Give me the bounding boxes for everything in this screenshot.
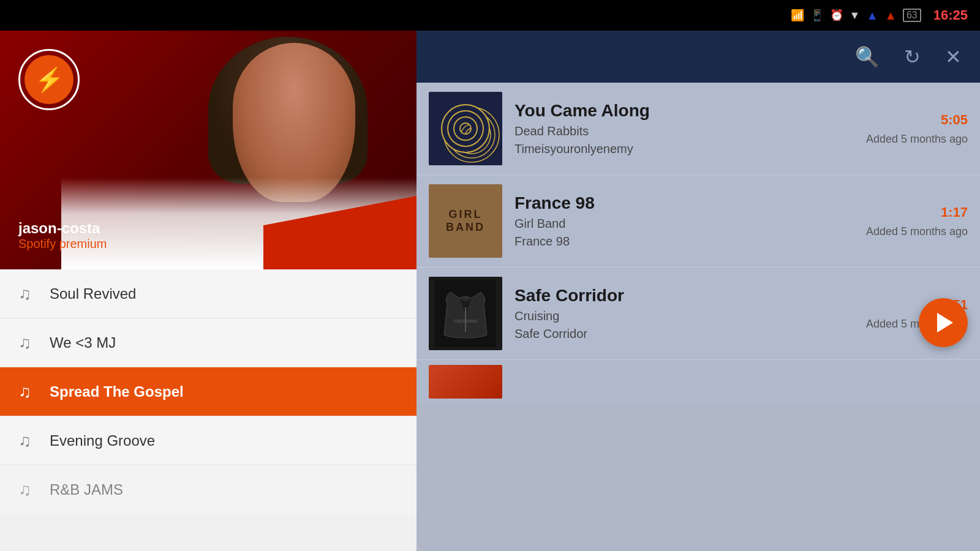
- track-artist-3: Cruising: [514, 309, 854, 323]
- music-note-4: ♫: [18, 431, 31, 451]
- svg-text:CRUISING: CRUISING: [453, 318, 477, 324]
- track-item-3[interactable]: CRUISING Safe Corridor Cruising Safe Cor…: [417, 268, 980, 360]
- album-art-1: [429, 92, 502, 165]
- playlist-items: ♫ Soul Revived ♫ We <3 MJ ♫ Spread The G…: [0, 269, 417, 551]
- alarm-icon: ⏰: [830, 9, 843, 22]
- track-meta-2: 1:17 Added 5 months ago: [866, 204, 968, 238]
- track-title-2: France 98: [514, 193, 854, 213]
- vibrate-icon: 📱: [810, 9, 824, 22]
- subscription: Spotify premium: [18, 237, 107, 251]
- svg-point-7: [469, 132, 474, 137]
- track-item-2[interactable]: GIRL BAND France 98 Girl Band France 98 …: [417, 175, 980, 268]
- track-item-4-partial[interactable]: [417, 360, 980, 403]
- track-added-1: Added 5 months ago: [866, 133, 968, 146]
- track-artist-2: Girl Band: [514, 217, 854, 231]
- track-info-2: France 98 Girl Band France 98: [514, 193, 854, 249]
- svg-point-6: [466, 129, 478, 141]
- track-album-1: Timeisyouronlyenemy: [514, 142, 854, 156]
- track-duration-1: 5:05: [941, 112, 968, 128]
- bluetooth-icon: 📶: [791, 9, 804, 22]
- svg-point-3: [453, 116, 491, 154]
- track-title-1: You Came Along: [514, 101, 854, 121]
- track-info-3: Safe Corridor Cruising Safe Corridor: [514, 286, 854, 341]
- play-triangle-icon: [937, 313, 953, 332]
- wifi-icon: ▼: [850, 9, 861, 22]
- album-art-2-text1: GIRL: [449, 208, 483, 221]
- cruising-art-svg: CRUISING: [435, 280, 496, 347]
- playlist-label-2: We <3 MJ: [50, 334, 116, 351]
- music-note-1: ♫: [18, 284, 31, 304]
- track-item-1[interactable]: You Came Along Dead Rabbits Timeisyouron…: [417, 83, 980, 175]
- music-note-5: ♫: [18, 480, 31, 500]
- playlist-item-3[interactable]: ♫ Spread The Gospel: [0, 367, 417, 416]
- playlist-item-1[interactable]: ♫ Soul Revived: [0, 269, 417, 318]
- dead-rabbits-art-svg: [441, 104, 502, 165]
- track-added-2: Added 5 months ago: [866, 225, 968, 238]
- hero-area: ⚡ jason-costa Spotify premium: [0, 31, 417, 269]
- search-icon[interactable]: 🔍: [855, 45, 880, 69]
- status-bar: 📶 📱 ⏰ ▼ ▲ ▲ 63 16:25: [0, 0, 980, 31]
- play-button[interactable]: [919, 298, 968, 347]
- refresh-icon[interactable]: ↻: [904, 45, 921, 69]
- svg-rect-0: [441, 104, 502, 165]
- album-art-2-text2: BAND: [446, 221, 485, 234]
- username: jason-costa: [18, 220, 107, 237]
- signal-2-icon: ▲: [884, 9, 897, 23]
- track-title-3: Safe Corridor: [514, 286, 854, 305]
- music-note-2: ♫: [18, 333, 31, 353]
- status-icons: 📶 📱 ⏰ ▼ ▲ ▲ 63: [791, 9, 921, 23]
- playlist-label-4: Evening Groove: [50, 432, 155, 449]
- track-list: You Came Along Dead Rabbits Timeisyouron…: [417, 83, 980, 551]
- track-info-1: You Came Along Dead Rabbits Timeisyouron…: [514, 101, 854, 156]
- track-album-2: France 98: [514, 234, 854, 249]
- main-content: ⚡ jason-costa Spotify premium ♫ Soul Rev…: [0, 31, 980, 551]
- dead-rabbits-art-pattern: [441, 104, 490, 153]
- playlist-item-5[interactable]: ♫ R&B JAMS: [0, 465, 417, 514]
- right-panel: 🔍 ↻ ✕: [417, 31, 980, 551]
- track-duration-2: 1:17: [941, 204, 968, 220]
- playlist-item-2[interactable]: ♫ We <3 MJ: [0, 318, 417, 367]
- svg-point-5: [461, 124, 482, 145]
- top-bar: 🔍 ↻ ✕: [417, 31, 980, 83]
- playlist-label-1: Soul Revived: [50, 285, 136, 302]
- svg-point-2: [448, 111, 495, 158]
- close-icon[interactable]: ✕: [945, 45, 962, 69]
- album-art-3: CRUISING: [429, 277, 502, 350]
- left-panel: ⚡ jason-costa Spotify premium ♫ Soul Rev…: [0, 31, 417, 551]
- playlist-label-5: R&B JAMS: [50, 481, 123, 498]
- logo-inner: ⚡: [24, 55, 74, 104]
- battery-icon: 63: [903, 9, 921, 22]
- music-note-3: ♫: [18, 382, 31, 402]
- status-time: 16:25: [933, 7, 968, 23]
- bolt-icon: ⚡: [35, 66, 64, 93]
- app-logo: ⚡: [18, 49, 80, 110]
- album-art-4-partial: [429, 365, 502, 399]
- track-album-3: Safe Corridor: [514, 327, 854, 341]
- signal-1-icon: ▲: [866, 9, 878, 23]
- track-meta-1: 5:05 Added 5 months ago: [866, 112, 968, 146]
- playlist-item-4[interactable]: ♫ Evening Groove: [0, 416, 417, 465]
- playlist-label-3: Spread The Gospel: [50, 383, 184, 400]
- user-info: jason-costa Spotify premium: [18, 220, 107, 251]
- svg-point-4: [457, 120, 486, 149]
- track-artist-1: Dead Rabbits: [514, 124, 854, 138]
- album-art-2: GIRL BAND: [429, 184, 502, 258]
